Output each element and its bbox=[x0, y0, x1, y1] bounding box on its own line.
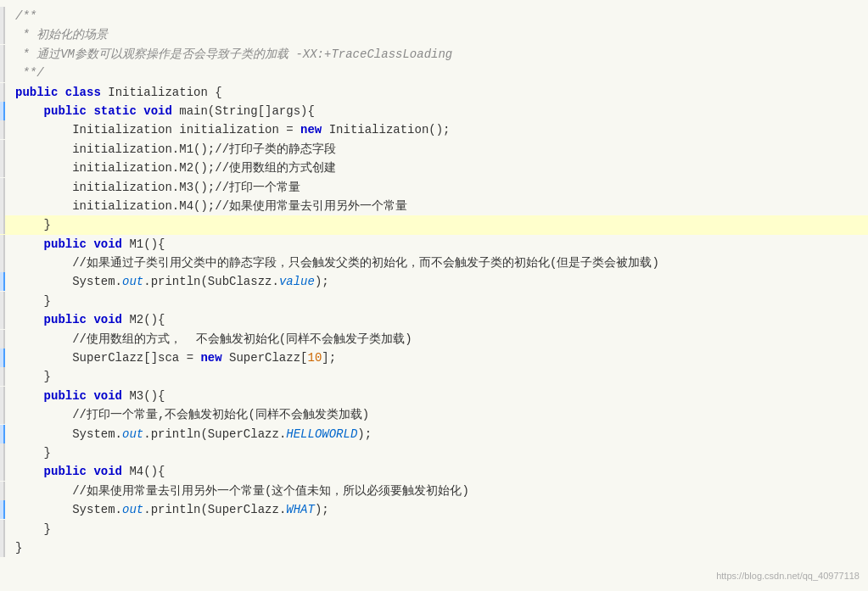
code-line: initialization.M3();//打印一个常量 bbox=[0, 178, 868, 197]
code-line: } bbox=[0, 520, 868, 538]
code-token-plain: //如果使用常量去引用另外一个常量(这个值未知，所以必须要触发初始化) bbox=[15, 484, 469, 498]
code-token-plain: System. bbox=[15, 503, 122, 516]
line-content: **/ bbox=[5, 64, 868, 82]
code-token-field-access: out bbox=[122, 503, 143, 516]
code-line: * 初始化的场景 bbox=[0, 25, 868, 44]
code-token-plain: } bbox=[15, 522, 51, 536]
code-token-plain: } bbox=[15, 294, 51, 308]
code-line: public void M4(){ bbox=[0, 462, 868, 481]
code-token-plain: Initialization { bbox=[101, 86, 222, 99]
line-content: } bbox=[5, 367, 868, 386]
code-token-plain bbox=[15, 389, 44, 403]
code-line: SuperClazz[]sca = new SuperClazz[10]; bbox=[0, 348, 868, 367]
line-content: public void M3(){ bbox=[5, 387, 868, 405]
code-line: //打印一个常量,不会触发初始化(同样不会触发类加载) bbox=[0, 405, 868, 424]
code-line: System.out.println(SuperClazz.WHAT); bbox=[0, 500, 868, 519]
code-token-plain: .println(SuperClazz. bbox=[143, 503, 286, 516]
comment-text: * 通过VM参数可以观察操作是否会导致子类的加载 -XX:+TraceClass… bbox=[15, 47, 452, 61]
comment-text: /** bbox=[15, 9, 36, 23]
line-content: //使用数组的方式， 不会触发初始化(同样不会触发子类加载) bbox=[5, 330, 868, 348]
code-token-plain: M3(){ bbox=[122, 389, 165, 403]
code-line: initialization.M2();//使用数组的方式创建 bbox=[0, 159, 868, 177]
code-token-plain: System. bbox=[15, 275, 122, 288]
code-token-field-access: value bbox=[279, 275, 315, 288]
line-content: Initialization initialization = new Init… bbox=[5, 120, 868, 139]
code-token-plain: System. bbox=[15, 427, 122, 441]
code-token-plain: SuperClazz[]sca = bbox=[15, 351, 200, 365]
code-line: initialization.M1();//打印子类的静态字段 bbox=[0, 140, 868, 159]
code-line: **/ bbox=[0, 64, 868, 82]
code-token-plain bbox=[15, 104, 44, 118]
code-token-plain: Initialization initialization = bbox=[15, 123, 300, 137]
code-line: } bbox=[0, 538, 868, 557]
code-token-plain: ); bbox=[315, 503, 329, 516]
code-token-plain: .println(SuperClazz. bbox=[143, 427, 286, 441]
code-line: public void M3(){ bbox=[0, 387, 868, 405]
code-line: } bbox=[0, 367, 868, 386]
line-content: } bbox=[5, 215, 868, 234]
code-line: public class Initialization { bbox=[0, 83, 868, 102]
code-line: public static void main(String[]args){ bbox=[0, 102, 868, 120]
code-token-kw: public void bbox=[44, 237, 122, 251]
code-line: initialization.M4();//如果使用常量去引用另外一个常量 bbox=[0, 197, 868, 215]
code-token-plain: } bbox=[15, 218, 51, 231]
code-token-kw: new bbox=[200, 351, 221, 365]
line-content: } bbox=[5, 292, 868, 310]
code-token-plain: .println(SubClaszz. bbox=[143, 275, 279, 288]
code-line: //如果使用常量去引用另外一个常量(这个值未知，所以必须要触发初始化) bbox=[0, 482, 868, 500]
line-content: } bbox=[5, 443, 868, 462]
code-token-plain: initialization.M4();//如果使用常量去引用另外一个常量 bbox=[15, 199, 407, 213]
line-content: public void M2(){ bbox=[5, 310, 868, 329]
code-line: /** bbox=[0, 7, 868, 25]
line-content: //如果通过子类引用父类中的静态字段，只会触发父类的初始化，而不会触发子类的初始… bbox=[5, 254, 868, 272]
line-content: System.out.println(SubClaszz.value); bbox=[5, 272, 868, 291]
code-line: //如果通过子类引用父类中的静态字段，只会触发父类的初始化，而不会触发子类的初始… bbox=[0, 254, 868, 272]
line-content: * 通过VM参数可以观察操作是否会导致子类的加载 -XX:+TraceClass… bbox=[5, 45, 868, 64]
line-content: //如果使用常量去引用另外一个常量(这个值未知，所以必须要触发初始化) bbox=[5, 482, 868, 500]
code-token-plain: } bbox=[15, 541, 22, 555]
code-token-plain: //使用数组的方式， 不会触发初始化(同样不会触发子类加载) bbox=[15, 332, 412, 346]
code-line: System.out.println(SuperClazz.HELLOWORLD… bbox=[0, 425, 868, 443]
code-token-plain: ); bbox=[315, 275, 329, 288]
code-token-field-access: WHAT bbox=[286, 503, 315, 516]
code-token-plain: SuperClazz[ bbox=[222, 351, 308, 365]
code-token-plain: initialization.M2();//使用数组的方式创建 bbox=[15, 161, 336, 175]
code-token-plain: M4(){ bbox=[122, 465, 165, 478]
line-content: public void M1(){ bbox=[5, 235, 868, 254]
line-content: public class Initialization { bbox=[5, 83, 868, 102]
code-token-kw: new bbox=[300, 123, 322, 137]
line-content: * 初始化的场景 bbox=[5, 25, 868, 44]
code-token-plain: } bbox=[15, 446, 51, 460]
code-line: public void M2(){ bbox=[0, 310, 868, 329]
code-token-plain: M1(){ bbox=[122, 237, 165, 251]
code-token-plain: //如果通过子类引用父类中的静态字段，只会触发父类的初始化，而不会触发子类的初始… bbox=[15, 256, 659, 270]
comment-text: **/ bbox=[15, 66, 44, 80]
code-line: //使用数组的方式， 不会触发初始化(同样不会触发子类加载) bbox=[0, 330, 868, 348]
code-line: System.out.println(SubClaszz.value); bbox=[0, 272, 868, 291]
code-token-plain: initialization.M1();//打印子类的静态字段 bbox=[15, 142, 336, 156]
line-content: System.out.println(SuperClazz.WHAT); bbox=[5, 500, 868, 519]
code-line: } bbox=[0, 292, 868, 310]
code-token-plain: ); bbox=[357, 427, 372, 441]
line-content: SuperClazz[]sca = new SuperClazz[10]; bbox=[5, 348, 868, 367]
line-content: public void M4(){ bbox=[5, 462, 868, 481]
line-content: initialization.M4();//如果使用常量去引用另外一个常量 bbox=[5, 197, 868, 215]
line-content: public static void main(String[]args){ bbox=[5, 102, 868, 120]
code-token-plain: Initialization(); bbox=[322, 123, 450, 137]
watermark: https://blog.csdn.net/qq_40977118 bbox=[716, 569, 860, 584]
line-content: initialization.M3();//打印一个常量 bbox=[5, 178, 868, 197]
comment-text: * 初始化的场景 bbox=[15, 28, 108, 42]
line-content: initialization.M1();//打印子类的静态字段 bbox=[5, 140, 868, 159]
code-line: * 通过VM参数可以观察操作是否会导致子类的加载 -XX:+TraceClass… bbox=[0, 45, 868, 64]
code-editor: /** * 初始化的场景 * 通过VM参数可以观察操作是否会导致子类的加载 -X… bbox=[0, 0, 868, 564]
code-token-field-access: out bbox=[122, 427, 143, 441]
code-token-field-access: HELLOWORLD bbox=[286, 427, 357, 441]
line-content: initialization.M2();//使用数组的方式创建 bbox=[5, 159, 868, 177]
code-token-kw: public class bbox=[15, 86, 101, 99]
code-line: Initialization initialization = new Init… bbox=[0, 120, 868, 139]
code-token-plain: main(String[]args){ bbox=[172, 104, 315, 118]
code-token-plain: //打印一个常量,不会触发初始化(同样不会触发类加载) bbox=[15, 408, 369, 421]
line-content: } bbox=[5, 538, 868, 557]
code-token-plain: initialization.M3();//打印一个常量 bbox=[15, 181, 300, 194]
code-token-kw: public void bbox=[44, 389, 122, 403]
